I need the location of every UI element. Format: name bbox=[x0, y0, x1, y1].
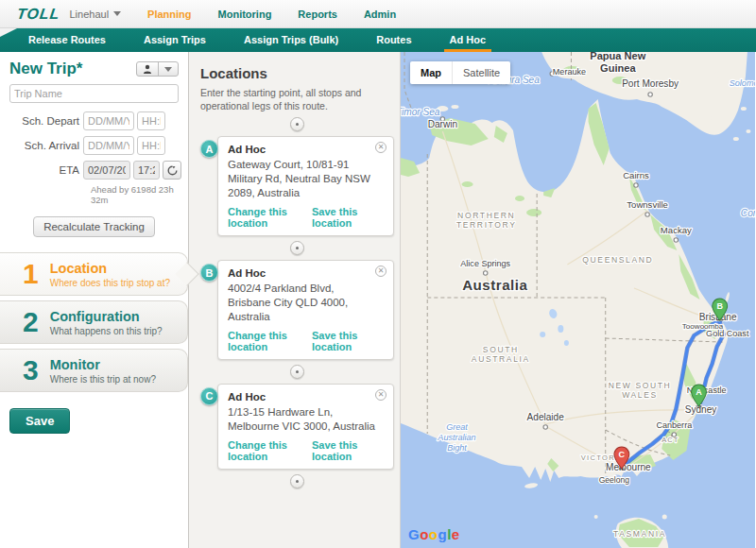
depart-date-input[interactable] bbox=[83, 111, 134, 130]
insert-stop-button[interactable] bbox=[290, 117, 304, 131]
step-location[interactable]: 1 Location Where does this trip stop at? bbox=[0, 252, 188, 296]
location-address: 4002/4 Parkland Blvd, Brisbane City QLD … bbox=[228, 282, 385, 324]
step-subtitle: Where does this trip stop at? bbox=[50, 278, 170, 288]
step-configuration[interactable]: 2 Configuration What happens on this tri… bbox=[0, 300, 188, 344]
map-city-label: Adelaide bbox=[527, 412, 565, 422]
map-city-label: Geelong bbox=[599, 475, 630, 485]
change-location-link[interactable]: Change this location bbox=[228, 206, 312, 229]
step-number: 3 bbox=[23, 356, 39, 385]
nav-monitoring[interactable]: Monitoring bbox=[218, 9, 272, 20]
insert-stop-button[interactable] bbox=[290, 474, 304, 488]
change-location-link[interactable]: Change this location bbox=[228, 330, 312, 352]
tab-routes[interactable]: Routes bbox=[370, 28, 417, 52]
location-card: ✕ Ad Hoc 1/13-15 Hardware Ln, Melbourne … bbox=[217, 384, 394, 470]
map-city-label: Merauke bbox=[553, 67, 586, 77]
location-address: Gateway Court, 10/81-91 Military Rd, Neu… bbox=[228, 158, 385, 200]
step-subtitle: Where is this trip at now? bbox=[50, 374, 156, 385]
step-subtitle: What happens on this trip? bbox=[50, 326, 163, 336]
product-switcher[interactable]: Linehaul bbox=[69, 9, 121, 20]
arrival-date-input[interactable] bbox=[83, 136, 134, 155]
toll-logo: TOLL bbox=[16, 6, 61, 23]
step-number: 1 bbox=[23, 260, 39, 288]
eta-time-value bbox=[133, 161, 160, 180]
eta-label: ETA bbox=[0, 164, 83, 176]
map-region-label: TASMANIA bbox=[613, 529, 666, 539]
depart-time-input[interactable] bbox=[137, 111, 165, 130]
tab-assign-trips-bulk[interactable]: Assign Trips (Bulk) bbox=[238, 28, 344, 52]
remove-location-icon[interactable]: ✕ bbox=[375, 265, 387, 277]
tab-ad-hoc[interactable]: Ad Hoc bbox=[444, 28, 492, 52]
insert-stop-button[interactable] bbox=[290, 365, 304, 379]
google-logo[interactable]: Google bbox=[408, 526, 460, 542]
location-stop-c: C ✕ Ad Hoc 1/13-15 Hardware Ln, Melbourn… bbox=[200, 384, 394, 470]
user-icon bbox=[137, 62, 158, 76]
step-monitor[interactable]: 3 Monitor Where is this trip at now? bbox=[0, 349, 188, 392]
map-sea-label: Timor Sea bbox=[401, 107, 440, 117]
svg-text:A: A bbox=[696, 387, 702, 397]
map-canvas[interactable]: Arafura SeaTimor SeaCoral SeaSolomon Sea… bbox=[401, 52, 755, 548]
map-container: Arafura SeaTimor SeaCoral SeaSolomon Sea… bbox=[401, 52, 755, 548]
trip-form-panel: New Trip* Sch. Depart Sch. Arrival ETA bbox=[0, 52, 189, 548]
location-stop-a: A ✕ Ad Hoc Gateway Court, 10/81-91 Milit… bbox=[200, 136, 394, 236]
location-address: 1/13-15 Hardware Ln, Melbourne VIC 3000,… bbox=[228, 405, 385, 434]
step-title: Location bbox=[50, 261, 170, 276]
map-city-label: Port Moresby bbox=[622, 78, 679, 89]
map-region-label: ACT bbox=[662, 436, 679, 444]
step-title: Monitor bbox=[50, 357, 156, 372]
sch-depart-label: Sch. Depart bbox=[0, 115, 83, 127]
chevron-down-icon bbox=[113, 11, 121, 16]
save-location-link[interactable]: Save this location bbox=[312, 206, 385, 229]
remove-location-icon[interactable]: ✕ bbox=[375, 389, 387, 401]
map-city-label: Townsville bbox=[627, 199, 668, 210]
step-number: 2 bbox=[23, 308, 39, 336]
map-view-button[interactable]: Map bbox=[410, 61, 452, 84]
arrival-time-input[interactable] bbox=[137, 136, 165, 155]
locations-subtitle: Enter the starting point, all stops and … bbox=[200, 87, 394, 112]
map-type-control: Map Satellite bbox=[410, 61, 510, 84]
save-button[interactable]: Save bbox=[9, 408, 70, 434]
locations-title: Locations bbox=[200, 65, 394, 81]
stop-badge: B bbox=[200, 264, 218, 282]
map-city-label: Darwin bbox=[428, 119, 457, 129]
save-location-link[interactable]: Save this location bbox=[312, 439, 385, 462]
page-title: New Trip* bbox=[9, 60, 82, 78]
assign-user-button[interactable] bbox=[136, 61, 179, 77]
recalculate-tracking-button[interactable]: Recalculate Tracking bbox=[33, 216, 155, 237]
location-stop-b: B ✕ Ad Hoc 4002/4 Parkland Blvd, Brisban… bbox=[200, 260, 394, 360]
svg-text:C: C bbox=[619, 450, 626, 459]
step-title: Configuration bbox=[50, 309, 163, 324]
product-name: Linehaul bbox=[69, 9, 109, 20]
location-name: Ad Hoc bbox=[228, 391, 385, 402]
sch-arrival-label: Sch. Arrival bbox=[0, 140, 83, 151]
save-location-link[interactable]: Save this location bbox=[312, 330, 385, 352]
map-region-label: QUEENSLAND bbox=[582, 255, 653, 265]
map-city-label: Gold Coast bbox=[706, 329, 749, 338]
nav-reports[interactable]: Reports bbox=[298, 9, 337, 20]
insert-stop-button[interactable] bbox=[290, 241, 304, 255]
location-card: ✕ Ad Hoc Gateway Court, 10/81-91 Militar… bbox=[217, 136, 394, 236]
map-city-label: Canberra bbox=[656, 420, 693, 430]
remove-location-icon[interactable]: ✕ bbox=[375, 142, 387, 153]
map-city-label: Mackay bbox=[661, 225, 692, 235]
map-city-label: Melbourne bbox=[606, 462, 651, 472]
map-region-label: NORTHERNTERRITORY bbox=[456, 211, 517, 230]
chevron-down-icon bbox=[158, 62, 178, 76]
svg-text:B: B bbox=[716, 301, 723, 311]
satellite-view-button[interactable]: Satellite bbox=[452, 61, 510, 84]
map-city-label: Alice Springs bbox=[460, 259, 510, 268]
locations-panel: Locations Enter the starting point, all … bbox=[189, 52, 401, 548]
tab-release-routes[interactable]: Release Routes bbox=[23, 28, 112, 52]
location-card: ✕ Ad Hoc 4002/4 Parkland Blvd, Brisbane … bbox=[217, 260, 394, 360]
refresh-eta-button[interactable] bbox=[163, 161, 181, 180]
location-name: Ad Hoc bbox=[228, 144, 385, 155]
trip-name-input[interactable] bbox=[9, 84, 179, 103]
tab-assign-trips[interactable]: Assign Trips bbox=[138, 28, 212, 52]
change-location-link[interactable]: Change this location bbox=[228, 439, 312, 462]
nav-admin[interactable]: Admin bbox=[364, 9, 396, 20]
stop-badge: A bbox=[200, 140, 218, 158]
planning-subnav: Release Routes Assign Trips Assign Trips… bbox=[0, 28, 756, 52]
map-sea-label: Solomon Sea bbox=[730, 78, 755, 88]
eta-date-value bbox=[83, 161, 130, 180]
nav-planning[interactable]: Planning bbox=[147, 9, 191, 20]
wizard-steps: 1 Location Where does this trip stop at?… bbox=[0, 252, 188, 392]
